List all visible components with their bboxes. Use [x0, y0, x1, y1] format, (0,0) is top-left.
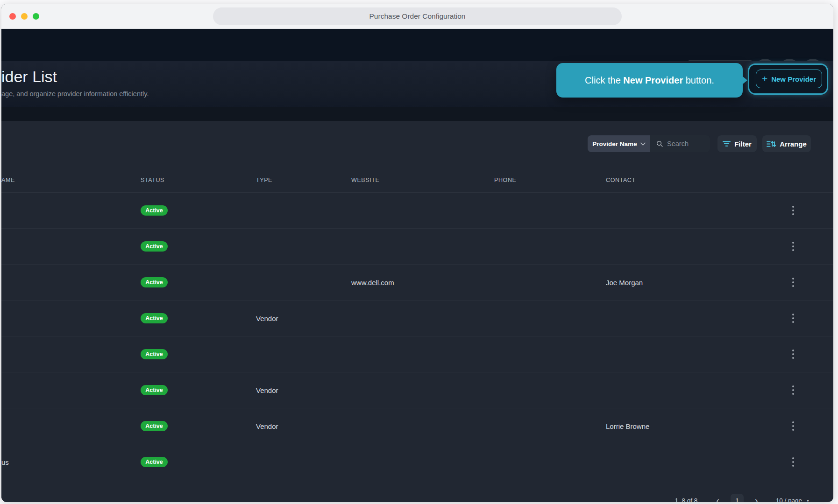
- arrange-button[interactable]: Arrange: [762, 135, 811, 152]
- status-badge: Active: [141, 385, 168, 395]
- row-menu-button[interactable]: [790, 311, 796, 326]
- coachmark-text-bold: New Provider: [623, 75, 683, 85]
- app-window: Purchase Order Configuration Help & Supp…: [1, 4, 833, 502]
- table-row: Active: [1, 193, 833, 229]
- column-header-type: TYPE: [256, 177, 351, 183]
- current-page-button[interactable]: 1: [731, 494, 744, 502]
- top-nav: Help & Support LB: [1, 29, 833, 61]
- sort-field-dropdown[interactable]: Provider Name: [588, 135, 650, 152]
- window-title: Purchase Order Configuration: [213, 7, 622, 25]
- row-menu-button[interactable]: [790, 239, 796, 254]
- column-header-ame: AME: [1, 177, 141, 183]
- cell-status: Active: [141, 313, 256, 323]
- cell-status: Active: [141, 277, 256, 287]
- page-title: ider List: [1, 68, 57, 86]
- coachmark-text-prefix: Click the: [585, 75, 623, 85]
- cell-actions: [790, 311, 833, 326]
- zoom-window-button[interactable]: [33, 13, 39, 20]
- page-subtitle: age, and organize provider information e…: [1, 90, 149, 98]
- cell-type: Vendor: [256, 315, 351, 322]
- table-header-row: AMESTATUSTYPEWEBSITEPHONECONTACT: [1, 168, 833, 193]
- table-row: Activewww.dell.comJoe Morgan: [1, 265, 833, 301]
- filter-label: Filter: [734, 140, 752, 148]
- status-badge: Active: [141, 277, 168, 287]
- row-menu-button[interactable]: [790, 275, 796, 290]
- table-row: ActiveVendor: [1, 301, 833, 336]
- cell-type: Vendor: [256, 386, 351, 394]
- pagination-range: 1–8 of 8: [675, 497, 698, 503]
- status-badge: Active: [141, 313, 168, 323]
- sort-field-label: Provider Name: [592, 140, 637, 147]
- cell-actions: [790, 383, 833, 398]
- cell-actions: [790, 275, 833, 290]
- filter-icon: [723, 140, 731, 147]
- page-size-label: 10 / page: [776, 497, 802, 503]
- search-box: [650, 135, 710, 152]
- status-badge: Active: [141, 421, 168, 431]
- cell-contact: Joe Morgan: [606, 279, 777, 287]
- status-badge: Active: [141, 205, 168, 216]
- close-window-button[interactable]: [9, 13, 16, 20]
- pagination: 1–8 of 8 ‹ 1 › 10 / page ▾: [675, 492, 809, 502]
- coachmark-text-suffix: button.: [683, 75, 714, 85]
- caret-down-icon: ▾: [807, 498, 809, 503]
- table-row: ActiveVendor: [1, 372, 833, 408]
- cell-status: Active: [141, 349, 256, 359]
- search-icon: [656, 140, 663, 148]
- row-menu-button[interactable]: [790, 455, 796, 469]
- status-badge: Active: [141, 457, 168, 467]
- tooltip-arrow: [742, 76, 747, 84]
- arrange-sort-icon: [767, 140, 776, 147]
- table-row: Active: [1, 229, 833, 265]
- previous-page-button[interactable]: ‹: [714, 496, 721, 502]
- status-badge: Active: [141, 241, 168, 252]
- cell-status: Active: [141, 241, 256, 252]
- page-size-dropdown[interactable]: 10 / page ▾: [776, 497, 809, 503]
- cell-contact: Lorrie Browne: [606, 422, 777, 430]
- next-page-button[interactable]: ›: [753, 496, 760, 502]
- chevron-down-icon: [640, 142, 646, 146]
- coachmark-tooltip: Click the New Provider button.: [556, 63, 743, 98]
- row-menu-button[interactable]: [790, 419, 796, 434]
- row-menu-button[interactable]: [790, 383, 796, 398]
- cell-status: Active: [141, 421, 256, 431]
- cell-status: Active: [141, 457, 256, 467]
- table-row: ActiveVendorLorrie Browne: [1, 408, 833, 444]
- content-panel: Provider Name Filter Arrange: [1, 121, 833, 502]
- cell-status: Active: [141, 385, 256, 395]
- cell-type: Vendor: [256, 422, 351, 430]
- cell-actions: [790, 455, 833, 469]
- status-badge: Active: [141, 349, 168, 359]
- table-body: ActiveActiveActivewww.dell.comJoe Morgan…: [1, 193, 833, 480]
- cell-actions: [790, 203, 833, 218]
- table-row: Active: [1, 336, 833, 372]
- cell-actions: [790, 239, 833, 254]
- providers-table: AMESTATUSTYPEWEBSITEPHONECONTACT ActiveA…: [1, 168, 833, 480]
- search-input[interactable]: [667, 140, 704, 147]
- cell-website: www.dell.com: [351, 279, 494, 287]
- minimize-window-button[interactable]: [21, 13, 28, 20]
- new-provider-button[interactable]: + New Provider: [756, 70, 822, 88]
- window-titlebar: Purchase Order Configuration: [1, 4, 833, 29]
- cell-actions: [790, 419, 833, 434]
- column-header-contact: CONTACT: [606, 177, 777, 183]
- header-divider-band: [1, 107, 833, 121]
- column-header-website: WEBSITE: [351, 177, 494, 183]
- cell-name: us: [1, 458, 141, 466]
- new-provider-label: New Provider: [771, 75, 816, 83]
- column-header-phone: PHONE: [494, 177, 606, 183]
- cell-status: Active: [141, 205, 256, 216]
- table-row: usActive: [1, 444, 833, 480]
- column-header-status: STATUS: [141, 177, 256, 183]
- search-group: Provider Name: [588, 135, 710, 152]
- plus-icon: +: [762, 74, 767, 84]
- row-menu-button[interactable]: [790, 203, 796, 218]
- filter-button[interactable]: Filter: [717, 135, 757, 152]
- arrange-label: Arrange: [780, 140, 807, 148]
- row-menu-button[interactable]: [790, 347, 796, 362]
- cell-actions: [790, 347, 833, 362]
